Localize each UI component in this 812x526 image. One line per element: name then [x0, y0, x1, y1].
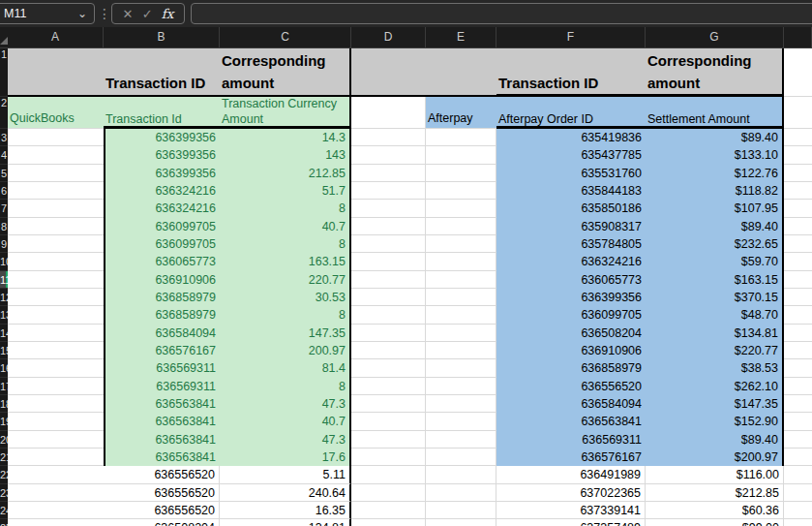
- cell[interactable]: [784, 395, 812, 413]
- transaction-id-cell[interactable]: 636563841: [496, 413, 646, 430]
- transaction-id-cell[interactable]: 635531760: [496, 165, 646, 182]
- cell[interactable]: [426, 48, 496, 97]
- transaction-id-cell[interactable]: 636858979: [104, 289, 220, 306]
- cell[interactable]: [426, 502, 496, 519]
- column-header-b[interactable]: B: [104, 27, 220, 47]
- transaction-id-cell[interactable]: 636508204: [104, 519, 220, 526]
- transaction-id-cell[interactable]: 635437785: [496, 146, 646, 164]
- insert-function-icon[interactable]: fx: [162, 6, 174, 21]
- left-header-transaction-id[interactable]: Transaction ID: [104, 48, 220, 97]
- chevron-down-icon[interactable]: ⌄: [77, 4, 87, 23]
- cell[interactable]: [8, 519, 104, 526]
- cell[interactable]: [351, 449, 426, 466]
- cell[interactable]: [784, 200, 812, 217]
- row-header[interactable]: 19: [0, 413, 8, 430]
- cell[interactable]: [8, 306, 104, 324]
- cell[interactable]: [351, 342, 426, 359]
- column-header-a[interactable]: A: [8, 27, 104, 47]
- cell[interactable]: [351, 253, 426, 270]
- row-header[interactable]: 14: [0, 325, 8, 342]
- column-header-d[interactable]: D: [351, 27, 426, 47]
- amount-cell[interactable]: $220.77: [646, 342, 784, 359]
- amount-cell[interactable]: 47.3: [220, 431, 351, 449]
- transaction-id-cell[interactable]: 636569311: [496, 431, 646, 449]
- amount-cell[interactable]: 30.53: [220, 289, 351, 306]
- transaction-id-cell[interactable]: 636858979: [496, 359, 646, 377]
- cell[interactable]: [426, 235, 496, 253]
- column-header-c[interactable]: C: [220, 27, 351, 47]
- amount-cell[interactable]: $116.00: [646, 466, 784, 483]
- cell[interactable]: [8, 325, 104, 342]
- amount-cell[interactable]: $370.15: [646, 289, 784, 306]
- transaction-id-cell[interactable]: 636576167: [104, 342, 220, 359]
- cell[interactable]: [8, 253, 104, 270]
- amount-cell[interactable]: $152.90: [646, 413, 784, 430]
- cell[interactable]: [426, 289, 496, 306]
- cell[interactable]: [426, 200, 496, 217]
- amount-cell[interactable]: 40.7: [220, 413, 351, 430]
- cell[interactable]: [784, 165, 812, 182]
- cell[interactable]: [351, 289, 426, 306]
- row-header[interactable]: 2: [0, 97, 8, 129]
- row-header[interactable]: 3: [0, 129, 8, 146]
- amount-cell[interactable]: 8: [220, 200, 351, 217]
- cell[interactable]: [426, 146, 496, 164]
- transaction-id-cell[interactable]: 636399356: [496, 289, 646, 306]
- transaction-id-cell[interactable]: 636910906: [496, 342, 646, 359]
- transaction-id-cell[interactable]: 636563841: [104, 395, 220, 413]
- amount-cell[interactable]: $99.00: [646, 519, 784, 526]
- enter-icon[interactable]: ✓: [142, 8, 153, 20]
- transaction-id-cell[interactable]: 636508204: [496, 325, 646, 342]
- amount-cell[interactable]: $38.53: [646, 359, 784, 377]
- cell[interactable]: [351, 413, 426, 430]
- cell[interactable]: [426, 342, 496, 359]
- cell[interactable]: [351, 325, 426, 342]
- cell[interactable]: [426, 218, 496, 235]
- cell[interactable]: [784, 235, 812, 253]
- amount-cell[interactable]: $60.36: [646, 502, 784, 519]
- cell[interactable]: [351, 359, 426, 377]
- transaction-id-cell[interactable]: 636556520: [496, 378, 646, 395]
- cell[interactable]: [8, 129, 104, 146]
- cell[interactable]: [784, 484, 812, 502]
- transaction-id-cell[interactable]: 635908317: [496, 218, 646, 235]
- cell[interactable]: [784, 289, 812, 306]
- row-header[interactable]: 6: [0, 182, 8, 200]
- transaction-id-cell[interactable]: 636399356: [104, 165, 220, 182]
- cell[interactable]: [784, 449, 812, 466]
- cell[interactable]: [426, 182, 496, 200]
- cell[interactable]: [784, 378, 812, 395]
- row-header[interactable]: 1: [0, 48, 8, 97]
- transaction-id-cell[interactable]: 636569311: [104, 359, 220, 377]
- amount-cell[interactable]: $232.65: [646, 235, 784, 253]
- cell[interactable]: [784, 431, 812, 449]
- cell[interactable]: [351, 306, 426, 324]
- cell[interactable]: [784, 325, 812, 342]
- cell[interactable]: [8, 359, 104, 377]
- cell[interactable]: [351, 146, 426, 164]
- amount-cell[interactable]: 8: [220, 306, 351, 324]
- amount-cell[interactable]: $48.70: [646, 306, 784, 324]
- cell[interactable]: [426, 253, 496, 270]
- transaction-id-cell[interactable]: 636065773: [496, 271, 646, 289]
- transaction-id-cell[interactable]: 636858979: [104, 306, 220, 324]
- transaction-id-cell[interactable]: 637022365: [496, 484, 646, 502]
- cell[interactable]: [351, 431, 426, 449]
- cell[interactable]: [426, 271, 496, 289]
- right-id-column-label[interactable]: Afterpay Order ID: [496, 97, 646, 129]
- cell[interactable]: [8, 484, 104, 502]
- cell[interactable]: [351, 378, 426, 395]
- cell[interactable]: [351, 235, 426, 253]
- amount-cell[interactable]: $89.40: [646, 431, 784, 449]
- row-header[interactable]: 8: [0, 218, 8, 235]
- cell[interactable]: [784, 306, 812, 324]
- cell[interactable]: [351, 200, 426, 217]
- amount-cell[interactable]: $212.85: [646, 484, 784, 502]
- cell[interactable]: [426, 165, 496, 182]
- transaction-id-cell[interactable]: 636491989: [496, 466, 646, 483]
- transaction-id-cell[interactable]: 636563841: [104, 449, 220, 466]
- amount-cell[interactable]: 40.7: [220, 218, 351, 235]
- amount-cell[interactable]: 16.35: [220, 502, 351, 519]
- left-source-label[interactable]: QuickBooks: [8, 97, 104, 129]
- cell[interactable]: [8, 182, 104, 200]
